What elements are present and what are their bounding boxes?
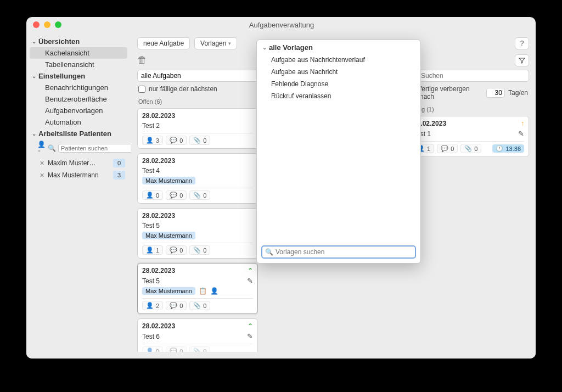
patient-row[interactable]: ✕ Max Mustermann 3 [26, 169, 131, 181]
task-title: Test 5 [142, 277, 160, 285]
attach-stat: 📎0 [189, 191, 210, 200]
task-card[interactable]: 28.02.2023 Test 4 Max Mustermann 👤0 💬0 📎… [137, 153, 258, 204]
comment-icon: 💬 [170, 348, 177, 352]
help-button[interactable]: ? [515, 37, 529, 49]
person-icon: 👤 [146, 348, 154, 352]
hide-done-days-input[interactable] [486, 88, 505, 98]
comments-stat: 💬0 [166, 191, 187, 200]
done-search-input[interactable] [408, 70, 529, 82]
priority-up-icon: ↑ [521, 120, 524, 127]
sidebar-item-table-view[interactable]: Tabellenansicht [30, 59, 127, 70]
people-stat: 👤2 [142, 301, 163, 310]
sidebar: ⌄ Übersichten Kachelansicht Tabellenansi… [26, 32, 131, 359]
task-card[interactable]: 28.02.2023 ↑ Test 1 ✎ 👤1 💬0 📎0 [408, 116, 529, 157]
patient-tag[interactable]: Max Mustermann [142, 232, 195, 239]
person-icon: 👤 [146, 192, 154, 199]
collapse-icon[interactable]: ⌃ [248, 322, 253, 330]
trash-icon[interactable]: 🗑 [137, 54, 147, 65]
assign-person-icon[interactable]: 👤 [210, 287, 218, 295]
filter-button[interactable] [515, 54, 529, 66]
done-column-title: Fertig (1) [408, 104, 529, 116]
sidebar-group-label: Arbeitsliste Patienten [38, 130, 111, 138]
edit-icon[interactable]: ✎ [518, 130, 524, 138]
sidebar-group-overviews[interactable]: ⌄ Übersichten [26, 36, 131, 47]
comment-icon: 💬 [170, 137, 177, 144]
paperclip-icon: 📎 [193, 247, 201, 254]
task-title: Test 5 [142, 222, 253, 229]
template-item[interactable]: Aufgabe aus Nachricht [271, 67, 415, 77]
comment-icon: 💬 [170, 302, 177, 309]
patient-badge: 0 [113, 159, 125, 167]
template-item[interactable]: Aufgabe aus Nachrichtenverlauf [271, 55, 415, 65]
attach-stat: 📎0 [189, 301, 210, 310]
sidebar-group-settings[interactable]: ⌄ Einstellungen [26, 70, 131, 82]
attach-stat: 📎0 [189, 245, 210, 255]
remove-patient-icon[interactable]: ✕ [40, 160, 44, 167]
sidebar-group-worklist[interactable]: ⌄ Arbeitsliste Patienten [26, 128, 131, 139]
due-only-label: nur fällige der nächsten [149, 85, 217, 93]
people-stat: 👤1 [142, 245, 163, 255]
task-card[interactable]: 28.02.2023 Test 2 👤3 💬0 📎0 [137, 108, 258, 149]
attach-stat: 📎0 [460, 144, 481, 153]
sidebar-group-label: Einstellungen [38, 72, 85, 80]
task-card[interactable]: 28.02.2023 Test 5 Max Mustermann 👤1 💬0 📎… [137, 208, 258, 259]
sidebar-item-automation[interactable]: Automation [30, 116, 127, 128]
due-only-checkbox[interactable] [138, 86, 145, 93]
people-stat: 👤0 [142, 346, 163, 352]
chevron-down-icon: ▾ [228, 41, 231, 46]
paperclip-icon: 📎 [193, 348, 201, 352]
task-date: 28.02.2023 [142, 157, 175, 165]
sidebar-group-label: Übersichten [38, 37, 80, 46]
template-item[interactable]: Rückruf veranlassen [271, 91, 415, 101]
chevron-down-icon: ⌄ [262, 44, 267, 51]
comments-stat: 💬0 [166, 136, 187, 145]
patient-tag[interactable]: Max Mustermann [142, 287, 195, 295]
task-title: Test 4 [142, 167, 253, 175]
templates-button[interactable]: Vorlagen ▾ [194, 37, 237, 49]
sidebar-item-notifications[interactable]: Benachrichtigungen [30, 82, 127, 93]
patient-tag[interactable]: Max Mustermann [142, 177, 195, 184]
clipboard-icon[interactable]: 📋 [199, 287, 207, 295]
comment-icon: 💬 [170, 192, 177, 199]
task-filter-input[interactable] [137, 70, 258, 82]
comment-icon: 💬 [170, 247, 177, 254]
comments-stat: 💬0 [166, 301, 187, 310]
time-pill: 🕐 13:36 [492, 144, 524, 153]
done-column: 🔍 fertige verbergen nach Tag/en Fertig (… [408, 70, 529, 352]
patient-row[interactable]: ✕ Maxim Muster… 0 [26, 157, 131, 169]
clock-icon: 🕐 [496, 145, 503, 152]
people-stat: 👤3 [142, 136, 163, 145]
paperclip-icon: 📎 [193, 137, 201, 144]
paperclip-icon: 📎 [193, 302, 201, 309]
template-search-input[interactable] [261, 245, 416, 259]
template-item[interactable]: Fehlende Diagnose [271, 79, 415, 89]
task-title: Test 2 [142, 122, 253, 130]
add-person-icon[interactable]: 👤⁺ [37, 141, 46, 156]
patient-search-input[interactable] [58, 144, 131, 153]
collapse-icon[interactable]: ⌃ [248, 267, 253, 275]
sidebar-item-task-templates[interactable]: Aufgabenvorlagen [30, 105, 127, 116]
open-column-title: Offen (6) [137, 96, 258, 108]
person-icon: 👤 [146, 247, 154, 254]
chevron-down-icon: ⌄ [32, 131, 37, 137]
edit-icon[interactable]: ✎ [247, 332, 253, 340]
paperclip-icon: 📎 [193, 192, 201, 199]
chevron-down-icon: ⌄ [32, 73, 37, 79]
titlebar: Aufgabenverwaltung [26, 17, 536, 32]
popover-title: alle Vorlagen [269, 43, 313, 52]
patient-name: Max Mustermann [48, 171, 110, 179]
new-task-button[interactable]: neue Aufgabe [137, 37, 190, 49]
task-title: Test 6 [142, 333, 160, 340]
remove-patient-icon[interactable]: ✕ [40, 172, 44, 179]
task-date: 28.02.2023 [142, 322, 175, 330]
task-card[interactable]: 28.02.2023 ⌃ Test 6 ✎ 👤0 💬0 📎0 [137, 318, 258, 352]
comments-stat: 💬0 [437, 144, 458, 153]
task-date: 28.02.2023 [142, 212, 175, 220]
patient-badge: 3 [113, 171, 125, 180]
sidebar-item-tile-view[interactable]: Kachelansicht [30, 47, 127, 59]
task-date: 28.02.2023 [142, 112, 175, 120]
sidebar-item-ui[interactable]: Benutzeroberfläche [30, 93, 127, 105]
task-card[interactable]: 28.02.2023 ⌃ Test 5 ✎ Max Mustermann 📋 👤 [137, 263, 258, 314]
popover-header[interactable]: ⌄ alle Vorlagen [257, 40, 420, 55]
edit-icon[interactable]: ✎ [247, 277, 253, 285]
